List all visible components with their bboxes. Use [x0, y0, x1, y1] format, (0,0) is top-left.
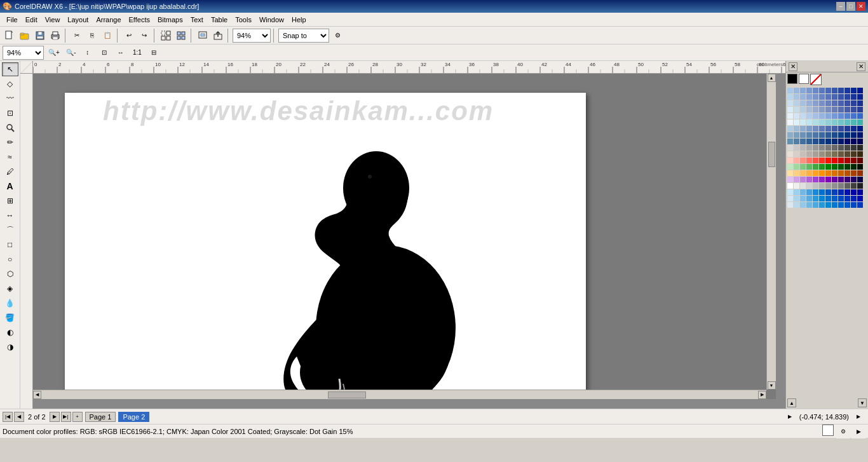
menu-edit[interactable]: Edit [22, 15, 41, 25]
color-cell[interactable] [838, 183, 844, 189]
color-cell[interactable] [794, 170, 799, 176]
canvas-scroll-area[interactable]: http://www.desainkam...com [33, 74, 776, 399]
color-cell[interactable] [838, 88, 844, 93]
color-cell[interactable] [813, 196, 818, 201]
scroll-thumb-v[interactable] [768, 142, 775, 167]
color-cell[interactable] [825, 107, 831, 112]
color-cell[interactable] [857, 158, 863, 163]
color-cell[interactable] [832, 88, 837, 93]
expand-button[interactable]: ▶ [851, 425, 865, 438]
open-button[interactable] [18, 29, 32, 43]
menu-tools[interactable]: Tools [231, 15, 255, 25]
color-cell[interactable] [857, 119, 863, 125]
color-cell[interactable] [857, 94, 863, 100]
color-cell[interactable] [806, 202, 812, 208]
color-cell[interactable] [844, 158, 850, 163]
color-cell[interactable] [819, 139, 825, 144]
scroll-down-button[interactable]: ▼ [768, 381, 776, 390]
color-cell[interactable] [813, 100, 818, 106]
color-cell[interactable] [825, 94, 831, 100]
color-cell[interactable] [825, 139, 831, 144]
color-cell[interactable] [857, 88, 863, 93]
color-cell[interactable] [794, 151, 799, 157]
zoom-width-button[interactable]: ↔ [114, 46, 128, 60]
color-cell[interactable] [832, 100, 837, 106]
color-cell[interactable] [851, 94, 857, 100]
import-button[interactable] [196, 29, 210, 43]
smear-tool[interactable]: 〰 [2, 92, 18, 105]
scroll-up-button[interactable]: ▲ [768, 74, 776, 82]
color-cell[interactable] [832, 183, 837, 189]
color-cell[interactable] [825, 132, 831, 138]
color-cell[interactable] [794, 164, 799, 170]
zoom-pan-button[interactable]: ↕ [81, 46, 95, 60]
color-cell[interactable] [819, 202, 825, 208]
color-cell[interactable] [819, 100, 825, 106]
color-cell[interactable] [806, 183, 812, 189]
minimize-button[interactable]: – [836, 2, 845, 11]
color-cell[interactable] [806, 88, 812, 93]
select-tool[interactable]: ↖ [2, 62, 18, 76]
fill-tool[interactable]: 🪣 [2, 311, 18, 325]
color-cell[interactable] [825, 145, 831, 151]
color-cell[interactable] [851, 113, 857, 119]
color-cell[interactable] [851, 189, 857, 195]
color-cell[interactable] [800, 126, 806, 132]
prev-page-button[interactable]: ◀ [14, 412, 24, 422]
color-cell[interactable] [819, 119, 825, 125]
color-cell[interactable] [825, 196, 831, 201]
color-cell[interactable] [806, 139, 812, 144]
color-cell[interactable] [857, 132, 863, 138]
palette-scroll-up[interactable]: ▲ [787, 398, 796, 407]
color-cell[interactable] [819, 158, 825, 163]
color-cell[interactable] [787, 145, 793, 151]
color-cell[interactable] [825, 177, 831, 182]
color-cell[interactable] [832, 158, 837, 163]
color-cell[interactable] [832, 107, 837, 112]
color-cell[interactable] [851, 132, 857, 138]
color-cell[interactable] [838, 132, 844, 138]
menu-view[interactable]: View [41, 15, 64, 25]
crop-tool[interactable]: ⊡ [2, 106, 18, 120]
color-cell[interactable] [838, 126, 844, 132]
menu-file[interactable]: File [3, 15, 22, 25]
color-cell[interactable] [787, 88, 793, 93]
color-cell[interactable] [800, 189, 806, 195]
palette-scroll-down[interactable]: ▼ [858, 398, 867, 407]
color-cell[interactable] [825, 158, 831, 163]
color-cell[interactable] [819, 132, 825, 138]
color-cell[interactable] [800, 94, 806, 100]
color-cell[interactable] [813, 145, 818, 151]
color-cell[interactable] [800, 113, 806, 119]
color-cell[interactable] [813, 107, 818, 112]
color-cell[interactable] [857, 113, 863, 119]
color-cell[interactable] [794, 183, 799, 189]
color-cell[interactable] [813, 88, 818, 93]
color-cell[interactable] [832, 126, 837, 132]
color-cell[interactable] [806, 151, 812, 157]
color-cell[interactable] [813, 94, 818, 100]
color-cell[interactable] [787, 170, 793, 176]
color-cell[interactable] [806, 119, 812, 125]
color-cell[interactable] [844, 132, 850, 138]
color-cell[interactable] [813, 158, 818, 163]
color-cell[interactable] [806, 170, 812, 176]
color-cell[interactable] [794, 119, 799, 125]
zoom-select[interactable]: 94% 50% 75% 100% 125% 150% 200% [233, 29, 271, 43]
color-cell[interactable] [838, 139, 844, 144]
copy-button[interactable]: ⎘ [85, 29, 99, 43]
color-cell[interactable] [794, 88, 799, 93]
color-cell[interactable] [787, 189, 793, 195]
color-cell[interactable] [787, 158, 793, 163]
color-cell[interactable] [825, 164, 831, 170]
color-cell[interactable] [851, 151, 857, 157]
color-cell[interactable] [857, 139, 863, 144]
color-cell[interactable] [787, 94, 793, 100]
color-cell[interactable] [832, 113, 837, 119]
color-cell[interactable] [800, 100, 806, 106]
menu-table[interactable]: Table [207, 15, 231, 25]
color-cell[interactable] [844, 164, 850, 170]
color-cell[interactable] [857, 202, 863, 208]
color-cell[interactable] [851, 158, 857, 163]
no-color[interactable] [810, 74, 822, 85]
